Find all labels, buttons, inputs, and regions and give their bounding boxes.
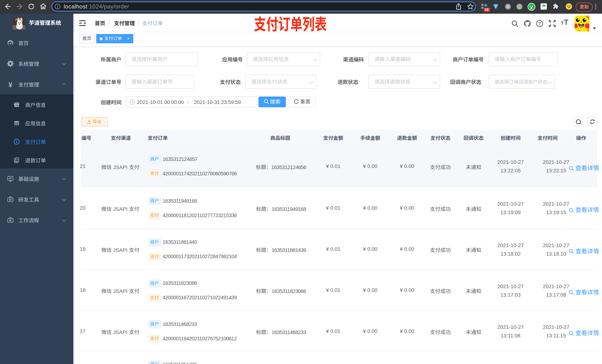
- svg-text:⌘: ⌘: [506, 4, 510, 9]
- svg-text:¥: ¥: [16, 139, 18, 144]
- svg-text:y: y: [530, 4, 533, 10]
- svg-text:?: ?: [538, 21, 541, 26]
